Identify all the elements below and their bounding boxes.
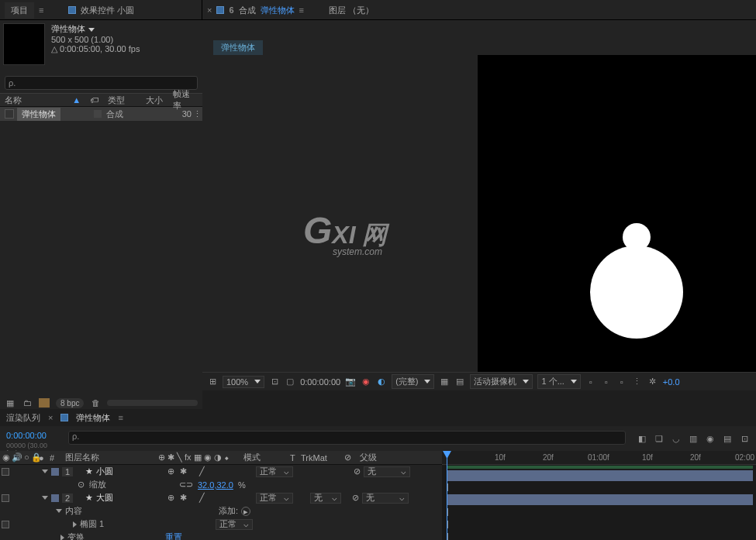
parent-dropdown-2[interactable]: 无⌵ bbox=[362, 493, 409, 504]
switch-icon-1[interactable]: ⊕ bbox=[158, 452, 165, 463]
label-color-1[interactable] bbox=[51, 468, 59, 476]
switch-icon-7[interactable]: ◑ bbox=[214, 452, 222, 463]
viewer-sub-tab[interactable]: 弹性物体 bbox=[213, 40, 263, 55]
visibility-toggle-ellipse[interactable] bbox=[2, 521, 9, 528]
expand-content[interactable] bbox=[56, 509, 62, 513]
layer-2-duration-bar[interactable] bbox=[447, 494, 753, 505]
camera-dropdown[interactable]: 活动摄像机 bbox=[470, 374, 533, 389]
label-col[interactable]: ● bbox=[39, 453, 50, 463]
layer-row-2[interactable]: 2 ★ 大圆 ⊕✱╱ 正常⌵ 无⌵ ⊘ 无⌵ bbox=[0, 491, 442, 504]
tab-close-icon[interactable]: × bbox=[48, 413, 53, 422]
timeline-comp-tab[interactable]: 弹性物体 bbox=[76, 412, 110, 424]
frame-blend-icon[interactable]: ▥ bbox=[688, 433, 699, 444]
tl-icon-2[interactable]: ❏ bbox=[654, 433, 665, 444]
col-type[interactable]: 类型 bbox=[103, 95, 141, 106]
layer-name-2[interactable]: 大圆 bbox=[96, 492, 164, 504]
grid-icon[interactable]: ▦ bbox=[439, 377, 450, 387]
roi-icon[interactable]: ▢ bbox=[285, 377, 295, 387]
solo-col-icon[interactable]: ○ bbox=[24, 452, 29, 463]
switch-icon-4[interactable]: fx bbox=[185, 452, 192, 463]
tl-icon-1[interactable]: ◧ bbox=[637, 433, 647, 444]
timeline-icon[interactable]: ▫ bbox=[616, 377, 627, 387]
fast-preview-icon[interactable]: ▫ bbox=[601, 377, 612, 387]
reset-button[interactable]: 重置 bbox=[165, 531, 182, 540]
visibility-toggle-1[interactable] bbox=[2, 468, 9, 476]
trash-icon[interactable]: 🗑 bbox=[90, 397, 101, 408]
big-circle-shape[interactable] bbox=[590, 246, 683, 339]
col-fps[interactable]: 帧速率 bbox=[168, 88, 202, 112]
parent-link-icon-1[interactable]: ⊘ bbox=[354, 466, 361, 476]
label-icon[interactable]: 🏷 bbox=[85, 95, 103, 105]
transform-group-label[interactable]: 变换 bbox=[67, 531, 162, 540]
panel-menu-icon[interactable]: ≡ bbox=[39, 5, 43, 15]
content-group-label[interactable]: 内容 bbox=[65, 505, 216, 517]
project-item-row[interactable]: 弹性物体 合成 30 ⋮ bbox=[0, 107, 202, 121]
render-queue-tab[interactable]: 渲染队列 bbox=[6, 412, 40, 424]
expand-layer-2[interactable] bbox=[42, 496, 48, 500]
add-button[interactable]: ▸ bbox=[241, 507, 250, 516]
snapshot-icon[interactable]: 📷 bbox=[345, 377, 356, 387]
ellipse-shape-label[interactable]: 椭圆 1 bbox=[80, 518, 104, 530]
bpc-button[interactable]: 8 bpc bbox=[56, 398, 84, 408]
guides-icon[interactable]: ▤ bbox=[454, 377, 465, 387]
layer-row-1[interactable]: 1 ★ 小圆 ⊕✱╱ 正常⌵ ⊘ 无⌵ bbox=[0, 465, 442, 478]
mode-dropdown-2[interactable]: 正常⌵ bbox=[256, 493, 293, 504]
stopwatch-icon[interactable]: ⊙ bbox=[78, 480, 85, 490]
label-color-2[interactable] bbox=[51, 494, 59, 502]
viewer-time[interactable]: 0:00:00:00 bbox=[300, 377, 340, 387]
quality-dropdown[interactable]: (完整) bbox=[392, 374, 434, 389]
comp-name-link[interactable]: 弹性物体 bbox=[261, 5, 295, 16]
zoom-dropdown[interactable]: 100% bbox=[223, 376, 264, 388]
scroll-bar[interactable] bbox=[107, 400, 198, 406]
comp-thumbnail[interactable] bbox=[3, 23, 45, 65]
constrain-icon[interactable]: ⊂⊃ bbox=[179, 480, 193, 490]
composition-canvas[interactable] bbox=[478, 55, 756, 373]
ellipse-mode-dropdown[interactable]: 正常⌵ bbox=[216, 519, 253, 530]
lock-icon[interactable]: 6 bbox=[229, 5, 233, 15]
col-parent[interactable]: 父级 bbox=[360, 452, 377, 463]
item-menu-icon[interactable]: ⋮ bbox=[192, 109, 202, 119]
tab-menu-icon[interactable]: ≡ bbox=[299, 5, 304, 15]
exposure-value[interactable]: +0.0 bbox=[663, 377, 680, 387]
switch-icon-3[interactable]: ╲ bbox=[177, 452, 182, 463]
eye-col-icon[interactable]: ◉ bbox=[2, 452, 10, 463]
layer-name-1[interactable]: 小圆 bbox=[96, 466, 164, 477]
magnify-icon[interactable]: ⊞ bbox=[207, 377, 218, 387]
sort-icon[interactable]: ▲ bbox=[67, 95, 85, 105]
col-name[interactable]: 名称 bbox=[0, 95, 67, 106]
interpret-icon[interactable]: ▦ bbox=[5, 397, 16, 408]
project-tab[interactable]: 项目 bbox=[5, 2, 34, 19]
playhead[interactable] bbox=[447, 451, 447, 540]
new-folder-icon[interactable]: 🗀 bbox=[22, 397, 33, 408]
time-ruler[interactable]: 10f 20f 01:00f 10f 20f 02:00 bbox=[442, 451, 756, 465]
expand-ellipse[interactable] bbox=[73, 521, 77, 528]
label-color[interactable] bbox=[94, 110, 102, 118]
graph-editor-icon[interactable]: ▤ bbox=[722, 433, 733, 444]
parent-dropdown-1[interactable]: 无⌵ bbox=[364, 466, 410, 477]
shy-icon[interactable]: ◡ bbox=[671, 433, 682, 444]
layer-1-duration-bar[interactable] bbox=[447, 470, 753, 481]
expand-transform[interactable] bbox=[60, 535, 64, 541]
pixel-aspect-icon[interactable]: ▫ bbox=[585, 377, 596, 387]
switch-icon-6[interactable]: ◉ bbox=[204, 452, 212, 463]
tl-tab-menu-icon[interactable]: ≡ bbox=[118, 413, 123, 422]
small-circle-shape[interactable] bbox=[623, 223, 651, 251]
work-area-bar[interactable] bbox=[447, 466, 753, 469]
project-item-name[interactable]: 弹性物体 bbox=[17, 108, 60, 121]
close-tab-icon[interactable]: × bbox=[207, 5, 212, 15]
motion-blur-icon[interactable]: ◉ bbox=[705, 433, 716, 444]
switch-icon-8[interactable]: ⬥ bbox=[224, 452, 230, 463]
flowchart-icon[interactable]: ⋮ bbox=[632, 377, 643, 387]
trkmat-dropdown-2[interactable]: 无⌵ bbox=[310, 493, 341, 504]
resolution-icon[interactable]: ⊡ bbox=[269, 377, 280, 387]
tl-icon-7[interactable]: ⊡ bbox=[739, 433, 750, 444]
new-comp-icon[interactable] bbox=[39, 398, 50, 408]
reset-exposure-icon[interactable]: ✲ bbox=[647, 377, 658, 387]
col-mode[interactable]: 模式 bbox=[243, 452, 290, 463]
timeline-search-input[interactable]: ρ. bbox=[68, 431, 626, 445]
effects-tab[interactable]: 效果控件 小圆 bbox=[81, 5, 134, 16]
expand-layer-1[interactable] bbox=[42, 469, 48, 473]
col-size[interactable]: 大小 bbox=[141, 95, 168, 106]
solo-icon[interactable] bbox=[68, 6, 76, 14]
switch-icon-5[interactable]: ▦ bbox=[194, 452, 202, 463]
